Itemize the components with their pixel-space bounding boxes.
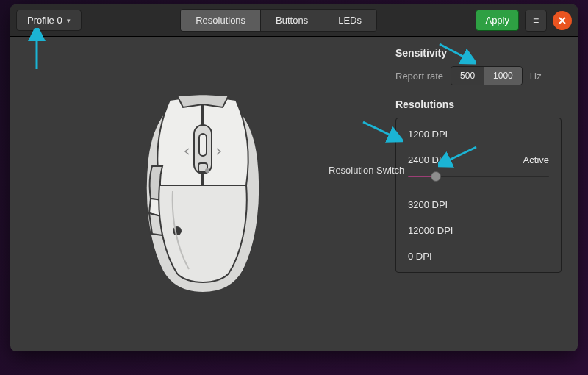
tab-resolutions[interactable]: Resolutions xyxy=(181,10,261,31)
resolutions-heading: Resolutions xyxy=(395,99,562,110)
slider-thumb[interactable] xyxy=(431,171,441,182)
active-tag: Active xyxy=(523,154,549,165)
tab-leds[interactable]: LEDs xyxy=(323,10,376,31)
resolution-label: 1200 DPI xyxy=(408,129,448,140)
report-rate-unit: Hz xyxy=(530,71,542,82)
mouse-diagram xyxy=(133,90,273,296)
close-button[interactable] xyxy=(553,11,572,30)
resolutions-list: 1200 DPI 2400 DPI Active 3200 DPI xyxy=(395,118,562,273)
profile-selector-button[interactable]: Profile 0 ▾ xyxy=(16,10,82,31)
apply-button[interactable]: Apply xyxy=(476,10,519,31)
resolution-item-active[interactable]: 2400 DPI Active xyxy=(396,147,561,192)
resolution-label: 3200 DPI xyxy=(408,199,448,210)
close-icon xyxy=(558,16,567,25)
svg-point-3 xyxy=(173,226,182,235)
tab-switcher: Resolutions Buttons LEDs xyxy=(180,9,377,32)
resolution-item[interactable]: 12000 DPI xyxy=(396,218,561,243)
hamburger-icon: ≡ xyxy=(533,15,539,26)
report-rate-segmented: 500 1000 xyxy=(451,66,523,85)
hamburger-menu-button[interactable]: ≡ xyxy=(525,10,547,32)
svg-rect-1 xyxy=(199,134,207,156)
callout-line xyxy=(208,171,323,171)
sensitivity-heading: Sensitivity xyxy=(395,47,562,59)
app-window: Profile 0 ▾ Resolutions Buttons LEDs App… xyxy=(10,4,578,351)
report-rate-500[interactable]: 500 xyxy=(451,67,484,85)
report-rate-1000[interactable]: 1000 xyxy=(484,67,522,85)
mouse-diagram-wrap: Resolution Switch xyxy=(133,90,273,299)
resolution-item[interactable]: 0 DPI xyxy=(396,243,561,269)
tab-buttons[interactable]: Buttons xyxy=(261,10,323,31)
settings-side-pane: Sensitivity Report rate 500 1000 Hz Reso… xyxy=(395,37,578,351)
profile-label: Profile 0 xyxy=(27,15,62,26)
resolution-label: 0 DPI xyxy=(408,251,432,262)
callout-resolution-switch: Resolution Switch xyxy=(329,165,404,176)
mouse-diagram-pane: Resolution Switch xyxy=(10,37,395,351)
report-rate-label: Report rate xyxy=(395,71,443,82)
resolution-item[interactable]: 1200 DPI xyxy=(396,121,561,147)
titlebar-right: Apply ≡ xyxy=(476,10,572,32)
chevron-down-icon: ▾ xyxy=(67,17,71,24)
resolution-label: 2400 DPI xyxy=(408,154,448,165)
report-rate-row: Report rate 500 1000 Hz xyxy=(395,66,562,85)
resolution-label: 12000 DPI xyxy=(408,225,453,236)
content-area: Resolution Switch Sensitivity Report rat… xyxy=(10,37,578,351)
dpi-slider[interactable] xyxy=(408,171,549,182)
titlebar: Profile 0 ▾ Resolutions Buttons LEDs App… xyxy=(10,4,578,37)
resolution-item[interactable]: 3200 DPI xyxy=(396,192,561,218)
